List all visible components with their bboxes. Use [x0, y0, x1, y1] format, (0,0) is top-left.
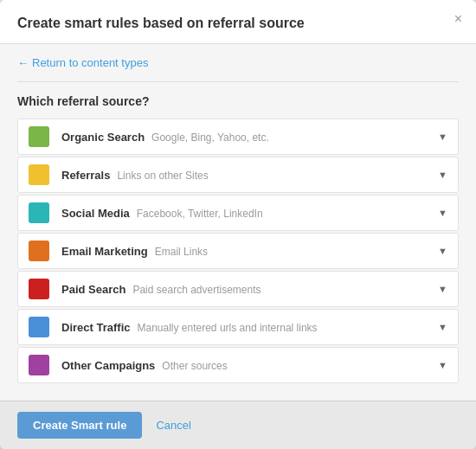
- item-name-paid: Paid Search: [61, 283, 125, 296]
- modal-title: Create smart rules based on referral sou…: [17, 16, 305, 30]
- modal-header: Create smart rules based on referral sou…: [0, 0, 476, 44]
- item-desc-referrals: Links on other Sites: [117, 170, 208, 182]
- back-link-label: Return to content types: [32, 56, 148, 69]
- color-swatch-social: [29, 202, 49, 223]
- item-text-social: Social MediaFacebook, Twitter, LinkedIn: [61, 207, 431, 220]
- chevron-down-icon-social: ▼: [438, 208, 447, 218]
- color-swatch-direct: [29, 317, 49, 337]
- referral-item-social[interactable]: Social MediaFacebook, Twitter, LinkedIn▼: [17, 195, 459, 231]
- item-desc-other: Other sources: [162, 360, 227, 372]
- modal-footer: Create Smart rule Cancel: [0, 401, 476, 449]
- chevron-down-icon-email: ▼: [438, 246, 447, 256]
- item-text-paid: Paid SearchPaid search advertisements: [61, 283, 431, 296]
- chevron-down-icon-referrals: ▼: [438, 170, 447, 180]
- chevron-down-icon-direct: ▼: [438, 322, 447, 332]
- cancel-button[interactable]: Cancel: [156, 419, 190, 432]
- create-smart-rule-button[interactable]: Create Smart rule: [17, 412, 142, 439]
- item-name-social: Social Media: [61, 207, 130, 220]
- back-arrow-icon: ←: [17, 56, 29, 69]
- item-text-email: Email MarketingEmail Links: [61, 245, 431, 258]
- item-desc-email: Email Links: [155, 246, 208, 258]
- referral-item-referrals[interactable]: ReferralsLinks on other Sites▼: [17, 157, 459, 193]
- divider: [17, 81, 459, 82]
- referral-item-other[interactable]: Other CampaignsOther sources▼: [17, 347, 459, 383]
- item-name-referrals: Referrals: [61, 169, 110, 182]
- item-desc-social: Facebook, Twitter, LinkedIn: [137, 208, 263, 220]
- referral-list: Organic SearchGoogle, Bing, Yahoo, etc.▼…: [17, 119, 459, 392]
- item-name-other: Other Campaigns: [61, 359, 155, 372]
- referral-item-organic[interactable]: Organic SearchGoogle, Bing, Yahoo, etc.▼: [17, 119, 459, 155]
- item-text-referrals: ReferralsLinks on other Sites: [61, 169, 431, 182]
- item-name-direct: Direct Traffic: [61, 321, 130, 334]
- modal: Create smart rules based on referral sou…: [0, 0, 476, 449]
- color-swatch-referrals: [29, 164, 49, 185]
- item-name-organic: Organic Search: [61, 131, 145, 144]
- modal-body: ← Return to content types Which referral…: [0, 44, 476, 401]
- color-swatch-organic: [29, 126, 49, 147]
- color-swatch-other: [29, 355, 49, 375]
- item-desc-direct: Manually entered urls and internal links: [137, 322, 317, 334]
- item-text-organic: Organic SearchGoogle, Bing, Yahoo, etc.: [61, 131, 431, 144]
- referral-item-paid[interactable]: Paid SearchPaid search advertisements▼: [17, 271, 459, 307]
- referral-item-direct[interactable]: Direct TrafficManually entered urls and …: [17, 309, 459, 345]
- referral-item-email[interactable]: Email MarketingEmail Links▼: [17, 233, 459, 269]
- item-desc-paid: Paid search advertisements: [132, 284, 261, 296]
- item-name-email: Email Marketing: [61, 245, 148, 258]
- item-text-other: Other CampaignsOther sources: [61, 359, 431, 372]
- close-button[interactable]: ×: [454, 12, 462, 26]
- chevron-down-icon-paid: ▼: [438, 284, 447, 294]
- back-link[interactable]: ← Return to content types: [17, 56, 459, 69]
- color-swatch-email: [29, 241, 49, 261]
- chevron-down-icon-organic: ▼: [438, 131, 447, 142]
- color-swatch-paid: [29, 279, 49, 299]
- item-desc-organic: Google, Bing, Yahoo, etc.: [151, 131, 269, 144]
- chevron-down-icon-other: ▼: [438, 360, 447, 370]
- section-label: Which referral source?: [17, 94, 459, 108]
- item-text-direct: Direct TrafficManually entered urls and …: [61, 321, 431, 334]
